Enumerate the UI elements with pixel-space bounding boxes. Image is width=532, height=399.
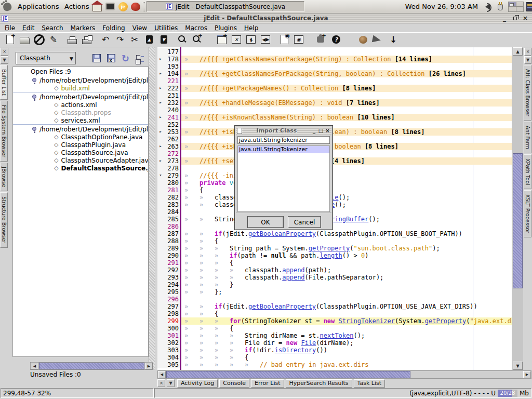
bottom-dock-close-button[interactable]: × (157, 379, 165, 387)
tree-file-row[interactable]: ◇actions.xml (13, 101, 148, 109)
jbrowse-icon[interactable] (356, 33, 370, 46)
editor-line[interactable]: 287»»if(jEdit.getBooleanProperty(Classpa… (157, 230, 512, 237)
panel-clock[interactable]: Wed Nov 26, 9:03 AM (405, 0, 478, 13)
scrollbar-thumb[interactable] (166, 371, 410, 378)
cut-icon[interactable]: ✂ (128, 33, 141, 46)
page-setup-icon[interactable] (80, 33, 94, 46)
editor-line[interactable]: ▸273»//{{{ +setClasspath(String) : void … (157, 157, 512, 165)
home-launcher[interactable] (92, 0, 102, 13)
scroll-right-icon[interactable]: ▶ (145, 363, 153, 369)
menu-folding[interactable]: Folding (99, 24, 128, 32)
split-vertical-icon[interactable]: ◀▶ (259, 33, 272, 46)
tree-file-row[interactable]: ◇Classpath.props (13, 109, 148, 116)
dialog-close-button[interactable]: × (325, 128, 330, 134)
tree-file-row[interactable]: ◇build.xml (13, 84, 148, 92)
class-list[interactable]: java.util.StringTokenizer (237, 145, 330, 212)
power-applet[interactable] (498, 0, 503, 13)
editor-line[interactable]: 282»»classesToPackages = new Hashtable()… (157, 194, 512, 201)
multi-select-button[interactable] (134, 52, 146, 64)
browser-launcher[interactable] (131, 0, 140, 13)
scroll-down-icon[interactable]: ↓ (387, 33, 400, 46)
new-view-icon[interactable]: + (215, 33, 229, 46)
help-icon[interactable]: ? (329, 33, 343, 46)
editor-line[interactable]: 290»»»if(path != null && path.length() >… (157, 252, 512, 259)
edit-buffer-icon[interactable]: ✎ (47, 33, 60, 46)
split-horizontal-icon[interactable]: ▲▼ (244, 33, 258, 46)
dock-button-task-list[interactable]: Task List (354, 379, 385, 388)
restore-button[interactable] (511, 15, 518, 22)
editor-line[interactable]: 283»»classesToSources = new Hashtable(); (157, 201, 512, 208)
editor-line[interactable]: 302»»»»File dir = new File(dirName); (157, 339, 512, 347)
editor-line[interactable]: 288»»{ (157, 237, 512, 245)
editor-line[interactable]: 177 (157, 48, 512, 56)
fold-handle-icon[interactable]: ▸ (157, 128, 164, 136)
minimize-button[interactable]: _ (501, 15, 508, 22)
editor-line[interactable]: ▾279»//{{{ -init() : void (157, 172, 512, 179)
editor-line[interactable]: 297»»if(jEdit.getBooleanProperty(Classpa… (157, 303, 512, 310)
editor-line[interactable]: 280»private void init() (157, 179, 512, 187)
left-dock-close-button[interactable]: × (1, 48, 8, 56)
new-file-icon[interactable]: + (3, 33, 17, 46)
tree-file-row[interactable]: ◇DefaultClasspathSource.java (13, 164, 148, 172)
scroll-up-icon[interactable]: ▲ (513, 47, 523, 56)
menu-file[interactable]: File (1, 24, 19, 32)
editor-line[interactable]: ▸232»//{{{ +handleMessage(EBMessage) : v… (157, 99, 512, 107)
actions-menu[interactable]: Actions (62, 3, 91, 10)
dialog-maximize-button[interactable]: □ (318, 128, 324, 134)
class-name-input[interactable]: java.util.StringTokenizer (237, 136, 330, 144)
memory-gauge[interactable]: 20/28 (498, 390, 517, 397)
editor-line[interactable]: ▸241»//{{{ +isKnownClassName(String) : b… (157, 114, 512, 121)
editor-line[interactable]: 240 (157, 107, 512, 114)
dock-tab-structure-browser[interactable]: Structure Browser (0, 192, 8, 247)
dock-tab-xslt-processor[interactable]: XSLT Processor (524, 190, 531, 237)
editor-line[interactable]: 300»»»{ (157, 325, 512, 332)
editor-line[interactable]: 294»»»} (157, 281, 512, 288)
menu-view[interactable]: View (129, 24, 151, 32)
editor-vertical-scrollbar[interactable]: ▲ ▼ (512, 47, 523, 370)
scroll-right-icon[interactable]: ▶ (523, 371, 531, 378)
right-dock-close-button[interactable]: × (524, 48, 531, 56)
menu-utilities[interactable]: Utilities (151, 24, 181, 32)
class-list-item[interactable]: java.util.StringTokenizer (238, 146, 329, 153)
menu-help[interactable]: Help (241, 24, 262, 32)
tree-directory-row[interactable]: /home/robert/Development/jEdit/plugins/C (13, 125, 148, 133)
incremental-find-icon[interactable]: + (190, 33, 204, 46)
text-editor[interactable]: 177▸178»//{{{ +getClassNamesForPackage(S… (157, 47, 512, 370)
tree-file-row[interactable]: ◇ClasspathPlugin.java (13, 141, 148, 149)
ok-button[interactable]: OK (247, 216, 284, 228)
dock-tab-xpath-tool[interactable]: XPath Tool (524, 154, 531, 189)
fold-handle-icon[interactable]: ▾ (157, 172, 164, 179)
plugin-manager-icon[interactable]: + (314, 33, 327, 46)
dock-tab-ant-farm[interactable]: Ant Farm (524, 122, 531, 153)
editor-line[interactable]: 284 (157, 208, 512, 216)
editor-line[interactable]: ▸253»//{{{ +isKnownClassName(String, boo… (157, 128, 512, 136)
print-icon[interactable] (65, 33, 79, 46)
close-button[interactable]: × (522, 15, 529, 22)
editor-line[interactable]: 281»{ (157, 187, 512, 194)
jedit-launcher[interactable]: je (118, 0, 128, 13)
sidebar-scroll-strip[interactable] (149, 47, 155, 370)
dock-tab-ah-class-browser[interactable]: AH: Class Browser (524, 65, 531, 121)
redo-icon[interactable]: ↷ (113, 33, 127, 46)
bottom-dock-menu-button[interactable]: ▼ (167, 379, 175, 387)
tree-file-row[interactable]: ◇services.xml (13, 116, 148, 124)
editor-line[interactable]: 278 (157, 165, 512, 172)
global-options-icon[interactable]: ◉ (292, 33, 305, 46)
gnome-menu[interactable] (3, 0, 11, 13)
scrollbar-thumb[interactable] (513, 153, 523, 288)
find-icon[interactable] (176, 33, 189, 46)
editor-line[interactable]: 231 (157, 92, 512, 99)
scrollbar-thumb[interactable] (39, 363, 144, 369)
terminal-launcher[interactable] (105, 0, 115, 13)
scroll-down-icon[interactable]: ▼ (513, 362, 523, 370)
editor-line[interactable]: 303»»»»if(!dir.isDirectory()) (157, 347, 512, 354)
editor-line[interactable]: 291»»»{ (157, 259, 512, 267)
tree-file-row[interactable]: ◇ClasspathSource.java (13, 149, 148, 156)
editor-line[interactable]: 252 (157, 121, 512, 128)
menu-search[interactable]: Search (38, 24, 66, 32)
dock-button-error-list[interactable]: Error List (251, 379, 284, 388)
editor-line[interactable]: 298»»{ (157, 310, 512, 317)
fold-handle-icon[interactable]: ▸ (157, 70, 164, 77)
cancel-button[interactable]: Cancel (288, 216, 321, 228)
buffer-options-icon[interactable]: ◉ (277, 33, 291, 46)
